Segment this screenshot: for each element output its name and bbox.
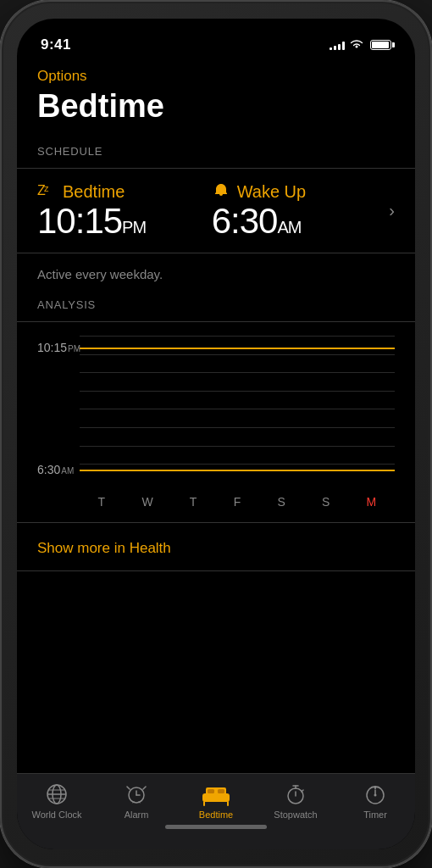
wifi-icon	[350, 39, 363, 52]
main-content: Options Bedtime SCHEDULE Z z Bedtime	[17, 61, 415, 773]
tab-alarm-label: Alarm	[125, 810, 149, 820]
tab-alarm[interactable]: Alarm	[97, 782, 176, 820]
status-icons	[330, 39, 391, 52]
phone-screen: 9:41	[17, 19, 415, 849]
day-W: W	[141, 495, 152, 509]
signal-strength-icon	[330, 40, 345, 50]
svg-text:z: z	[44, 183, 49, 193]
notch	[152, 19, 280, 44]
alarm-bell-icon	[212, 182, 230, 202]
stopwatch-icon	[284, 782, 307, 806]
wakeup-label: Wake Up	[237, 182, 307, 202]
sleep-chart: 10:15PM 6:30AM	[37, 336, 395, 488]
show-more-bottom-divider	[17, 570, 415, 571]
tab-bar: World Clock Alarm	[17, 773, 415, 849]
bedtime-label: Bedtime	[63, 182, 125, 202]
tab-world-clock[interactable]: World Clock	[17, 782, 97, 820]
wakeup-chevron-icon: ›	[389, 201, 395, 220]
schedule-bottom-divider	[17, 253, 415, 253]
svg-line-19	[302, 790, 303, 792]
page-title: Bedtime	[37, 88, 395, 125]
bedtime-header: Z z Bedtime	[37, 182, 212, 202]
globe-icon	[45, 782, 69, 806]
day-M: M	[367, 495, 377, 509]
chart-bedtime-label: 10:15PM	[37, 341, 80, 354]
wakeup-time: 6:30AM	[212, 203, 386, 239]
alarm-icon	[125, 782, 148, 806]
schedule-section-label: SCHEDULE	[37, 145, 395, 158]
days-row: T W T F S S M	[37, 495, 395, 509]
sleep-icon: Z z	[37, 182, 56, 202]
analysis-section: ANALYSIS 10:15PM	[37, 298, 395, 509]
schedule-divider	[17, 168, 415, 169]
day-S1: S	[277, 495, 285, 509]
schedule-row: Z z Bedtime 10:15PM	[37, 182, 395, 239]
tab-world-clock-label: World Clock	[31, 810, 81, 820]
show-more-health-link[interactable]: Show more in Health	[37, 540, 395, 557]
active-text: Active every weekday.	[37, 267, 395, 281]
show-more-divider	[17, 522, 415, 523]
tab-stopwatch-label: Stopwatch	[274, 810, 317, 820]
svg-rect-11	[208, 789, 214, 793]
bedtime-item: Z z Bedtime 10:15PM	[37, 182, 212, 239]
svg-rect-10	[202, 793, 230, 802]
bed-icon	[204, 782, 228, 806]
svg-rect-12	[218, 789, 224, 793]
tab-bedtime-label: Bedtime	[199, 810, 233, 820]
status-time: 9:41	[41, 36, 71, 53]
analysis-divider	[17, 321, 415, 322]
day-T1: T	[98, 495, 106, 509]
mute-button[interactable]	[0, 120, 2, 150]
day-S2: S	[322, 495, 330, 509]
phone-frame: 9:41	[0, 0, 432, 868]
battery-icon	[370, 40, 391, 50]
chart-wakeup-label: 6:30AM	[37, 463, 74, 476]
tab-bedtime[interactable]: Bedtime	[176, 782, 256, 820]
volume-up-button[interactable]	[0, 163, 2, 218]
tab-timer[interactable]: Timer	[335, 782, 415, 820]
tab-stopwatch[interactable]: Stopwatch	[256, 782, 335, 820]
home-indicator[interactable]	[165, 825, 267, 829]
day-F: F	[234, 495, 241, 509]
svg-point-24	[374, 794, 377, 797]
timer-icon	[363, 782, 387, 806]
day-T2: T	[190, 495, 197, 509]
bedtime-time: 10:15PM	[37, 203, 212, 239]
volume-down-button[interactable]	[0, 231, 2, 286]
tab-timer-label: Timer	[363, 810, 387, 820]
analysis-label: ANALYSIS	[37, 298, 395, 311]
wakeup-item[interactable]: Wake Up 6:30AM	[212, 182, 386, 239]
wakeup-header: Wake Up	[212, 182, 386, 202]
options-link[interactable]: Options	[37, 68, 395, 85]
